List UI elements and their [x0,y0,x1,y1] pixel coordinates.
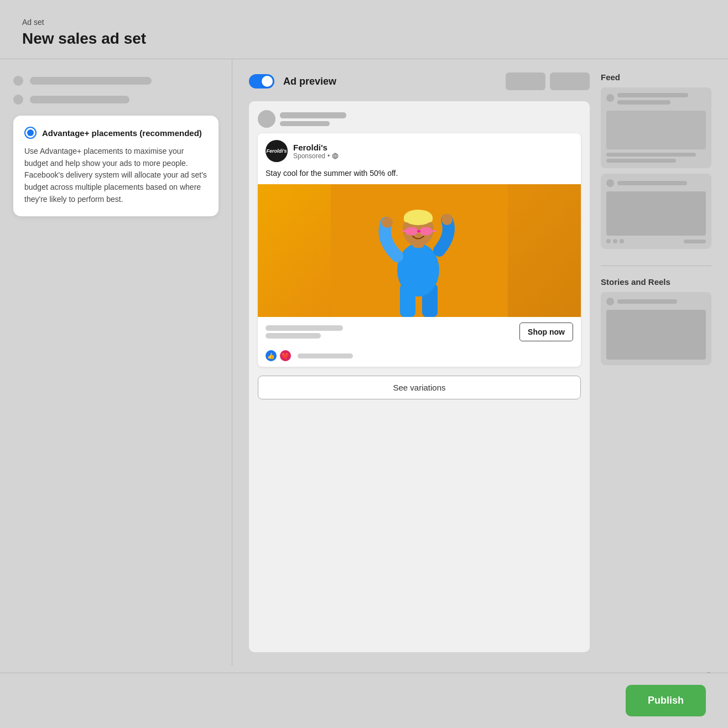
reaction-heart-icon: ❤️ [280,350,291,361]
skeleton-bar-2 [30,96,129,103]
feed-card-2-circle [606,179,614,187]
feed-preview-card-1 [601,87,711,168]
preview-btn-2[interactable] [550,72,590,90]
skeleton-row-1 [13,76,219,86]
svg-rect-8 [404,215,433,222]
svg-point-4 [397,243,439,297]
preview-sidebar: Feed [601,72,711,652]
svg-point-14 [382,217,393,228]
header-subtitle: Ad set [22,18,706,27]
dot-bar [684,240,706,243]
ad-image-svg [331,184,508,317]
stories-card [601,292,711,365]
feed-card-1-bottom [606,153,706,163]
account-avatar: Feroldi's [266,140,288,162]
fb-icon [258,110,275,128]
account-info: Feroldi's Sponsored • [293,143,339,160]
preview-btn-1[interactable] [506,72,545,90]
preview-main: Ad preview [249,72,590,652]
ad-cta-bar-2 [266,333,321,339]
stories-image [606,310,706,360]
svg-rect-9 [405,227,418,235]
stories-circle [606,298,614,305]
ad-inner-card: Feroldi's Feroldi's Sponsored • [258,133,581,367]
account-sponsored: Sponsored • [293,152,339,160]
reaction-bar [298,353,353,358]
feed-card-1-btm-1 [606,153,696,157]
sidebar-divider [601,266,711,266]
stories-card-top [606,298,706,305]
skeleton-row-2 [13,95,219,105]
ad-account-row: Feroldi's Feroldi's Sponsored • [258,133,581,167]
dot-3 [620,239,624,243]
feed-preview-card-2 [601,174,711,249]
ad-headline: Stay cool for the summer with 50% off. [258,167,581,184]
shop-now-button[interactable]: Shop now [519,323,573,341]
svg-rect-13 [432,230,436,232]
ad-cta-bar-1 [266,325,343,331]
page-title: New sales ad set [22,30,706,48]
feed-card-1-image [606,111,706,149]
advantage-description: Use Advantage+ placements to maximise yo… [24,145,207,205]
account-name: Feroldi's [293,143,339,152]
feed-card-2-line [617,181,687,185]
fb-skeleton-bars [280,112,581,126]
advantage-card-header: Advantage+ placements (recommended) [24,127,207,139]
see-variations-button[interactable]: See variations [258,376,581,399]
feed-card-1-btm-2 [606,159,676,163]
ad-preview-toggle[interactable] [249,74,274,89]
svg-rect-10 [420,227,432,235]
ad-image [258,184,581,317]
feed-card-2-image [606,191,706,236]
ad-reactions-row: 👍 ❤️ [258,347,581,367]
footer: Publish [0,673,728,728]
feed-section-title: Feed [601,72,711,82]
svg-rect-11 [417,230,420,232]
preview-buttons [506,72,590,90]
svg-point-15 [441,214,453,225]
ad-card-container: Feroldi's Feroldi's Sponsored • [249,101,590,652]
publish-button[interactable]: Publish [626,685,706,716]
skeleton-circle-2 [13,95,23,105]
reaction-like-icon: 👍 [266,350,277,361]
feed-card-1-circle [606,94,614,102]
ad-card-top [258,110,581,128]
stories-section-title: Stories and Reels [601,277,711,287]
toggle-switch[interactable] [249,74,274,89]
fb-bar-2 [280,121,330,126]
advantage-title: Advantage+ placements (recommended) [42,128,202,138]
globe-icon [332,153,339,159]
dot-separator: • [327,152,330,160]
page-container: Ad set New sales ad set Advantage+ place… [0,0,728,728]
dot-2 [613,239,617,243]
feed-card-1-line-2 [617,100,670,105]
header: Ad set New sales ad set [0,0,728,59]
svg-rect-12 [402,230,407,232]
preview-header: Ad preview [249,72,590,90]
ad-cta-row: Shop now [258,317,581,347]
feed-card-1-lines [617,93,706,107]
feed-card-2-dots [606,239,706,243]
dot-1 [606,239,611,243]
skeleton-circle-1 [13,76,23,86]
left-panel: Advantage+ placements (recommended) Use … [0,59,232,665]
stories-bar [617,299,677,304]
fb-bar-1 [280,112,346,118]
advantage-card[interactable]: Advantage+ placements (recommended) Use … [13,116,219,216]
stories-section: Stories and Reels [601,277,711,365]
main-content: Advantage+ placements (recommended) Use … [0,59,728,665]
skeleton-bar-1 [30,77,152,85]
feed-section: Feed [601,72,711,254]
feed-card-1-line-1 [617,93,688,97]
right-panel: Ad preview [232,59,728,665]
feed-card-2-top [606,179,706,187]
preview-label: Ad preview [283,76,336,87]
ad-cta-text-area [266,325,514,339]
feed-card-1-top [606,93,706,107]
radio-advantage-selected[interactable] [24,127,37,139]
